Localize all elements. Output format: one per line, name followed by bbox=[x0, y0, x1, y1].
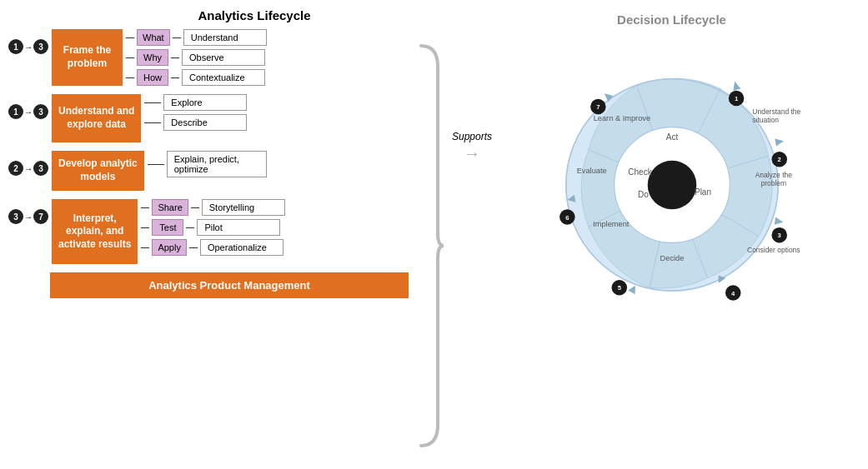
svg-marker-33 bbox=[774, 217, 783, 227]
decision-lifecycle-svg: Act Check Do Plan Evaluate Implement Dec… bbox=[518, 31, 826, 339]
frame-sub: What Understand Why Observe How bbox=[126, 29, 267, 86]
svg-text:Learn & Improve: Learn & Improve bbox=[593, 114, 650, 122]
storytelling-output: Storytelling bbox=[202, 199, 285, 216]
what-tag: What bbox=[137, 29, 170, 46]
badge-7: 7 bbox=[33, 209, 48, 224]
svg-text:Analyze the: Analyze the bbox=[755, 171, 792, 179]
svg-text:problem: problem bbox=[760, 179, 786, 187]
interpret-badges: 3 → 7 bbox=[8, 199, 52, 224]
left-panel: Analytics Lifecycle 1 → 3 Frame theprobl… bbox=[4, 8, 454, 461]
svg-text:7: 7 bbox=[596, 103, 600, 111]
frame-how-row: How Contextualize bbox=[126, 69, 267, 86]
right-title: Decision Lifecycle bbox=[617, 12, 726, 27]
contextualize-output: Contextualize bbox=[182, 69, 265, 86]
svg-text:Implement: Implement bbox=[593, 220, 630, 228]
describe-row: Describe bbox=[144, 114, 247, 131]
understand-badges: 1 → 3 bbox=[8, 94, 52, 119]
badge-3b: 3 bbox=[33, 104, 48, 119]
svg-text:Decide: Decide bbox=[660, 254, 684, 262]
why-tag: Why bbox=[137, 49, 168, 66]
svg-text:6: 6 bbox=[565, 214, 569, 222]
right-panel: Decision Lifecycle bbox=[454, 8, 864, 461]
svg-text:Check: Check bbox=[628, 167, 652, 177]
group-interpret: 3 → 7 Interpret,explain, andactivate res… bbox=[8, 199, 454, 264]
group-frame: 1 → 3 Frame theproblem What Understand W… bbox=[8, 29, 454, 86]
interpret-label: Interpret,explain, andactivate results bbox=[52, 199, 138, 264]
badge-3d: 3 bbox=[8, 209, 23, 224]
bottom-bar: Analytics Product Management bbox=[50, 272, 409, 298]
badge-1a: 1 bbox=[8, 39, 23, 54]
svg-text:Act: Act bbox=[665, 132, 678, 142]
svg-text:1: 1 bbox=[734, 95, 738, 102]
understand-output: Understand bbox=[183, 29, 267, 46]
svg-text:2: 2 bbox=[777, 156, 780, 163]
group-understand: 1 → 3 Understand andexplore data Explore… bbox=[8, 94, 454, 142]
understand-label: Understand andexplore data bbox=[52, 94, 141, 142]
operationalize-output: Operationalize bbox=[200, 239, 283, 256]
svg-point-3 bbox=[647, 161, 696, 210]
explore-row: Explore bbox=[144, 94, 247, 111]
svg-text:4: 4 bbox=[731, 290, 735, 297]
svg-text:3: 3 bbox=[777, 232, 780, 239]
explore-output: Explore bbox=[163, 94, 247, 111]
frame-label: Frame theproblem bbox=[52, 29, 123, 86]
develop-badges: 2 → 3 bbox=[8, 151, 52, 176]
svg-text:Consider options: Consider options bbox=[747, 246, 800, 254]
share-tag: Share bbox=[152, 199, 188, 216]
svg-text:Do: Do bbox=[637, 190, 648, 199]
badge-3a: 3 bbox=[33, 39, 48, 54]
left-title: Analytics Lifecycle bbox=[54, 8, 454, 22]
develop-label: Develop analyticmodels bbox=[52, 151, 144, 191]
explain-output: Explain, predict,optimize bbox=[167, 151, 267, 177]
develop-output-row: Explain, predict,optimize bbox=[148, 151, 267, 177]
frame-badges: 1 → 3 bbox=[8, 29, 52, 54]
apply-row: Apply Operationalize bbox=[141, 239, 284, 256]
badge-1b: 1 bbox=[8, 104, 23, 119]
svg-marker-32 bbox=[775, 137, 784, 147]
decision-lifecycle-diagram: Act Check Do Plan Evaluate Implement Dec… bbox=[518, 31, 826, 339]
svg-text:Understand the: Understand the bbox=[752, 107, 800, 116]
badge-3c: 3 bbox=[33, 161, 48, 176]
svg-text:Evaluate: Evaluate bbox=[576, 167, 606, 175]
svg-marker-31 bbox=[730, 80, 740, 91]
pilot-output: Pilot bbox=[197, 219, 280, 236]
describe-output: Describe bbox=[163, 114, 247, 131]
interpret-sub: Share Storytelling Test Pilot Apply bbox=[141, 199, 284, 256]
frame-what-row: What Understand bbox=[126, 29, 267, 46]
test-row: Test Pilot bbox=[141, 219, 284, 236]
svg-text:5: 5 bbox=[617, 284, 621, 292]
svg-text:Plan: Plan bbox=[694, 187, 710, 197]
svg-text:situation: situation bbox=[752, 116, 779, 124]
apply-tag: Apply bbox=[152, 239, 187, 256]
share-row: Share Storytelling bbox=[141, 199, 284, 216]
how-tag: How bbox=[137, 69, 168, 86]
develop-sub: Explain, predict,optimize bbox=[148, 151, 267, 177]
lifecycle-rows: 1 → 3 Frame theproblem What Understand W… bbox=[8, 29, 454, 264]
frame-why-row: Why Observe bbox=[126, 49, 267, 66]
curly-brace bbox=[417, 42, 446, 450]
group-develop: 2 → 3 Develop analyticmodels Explain, pr… bbox=[8, 151, 454, 191]
badge-2: 2 bbox=[8, 161, 23, 176]
understand-sub: Explore Describe bbox=[144, 94, 247, 131]
observe-output: Observe bbox=[182, 49, 265, 66]
test-tag: Test bbox=[152, 219, 183, 236]
